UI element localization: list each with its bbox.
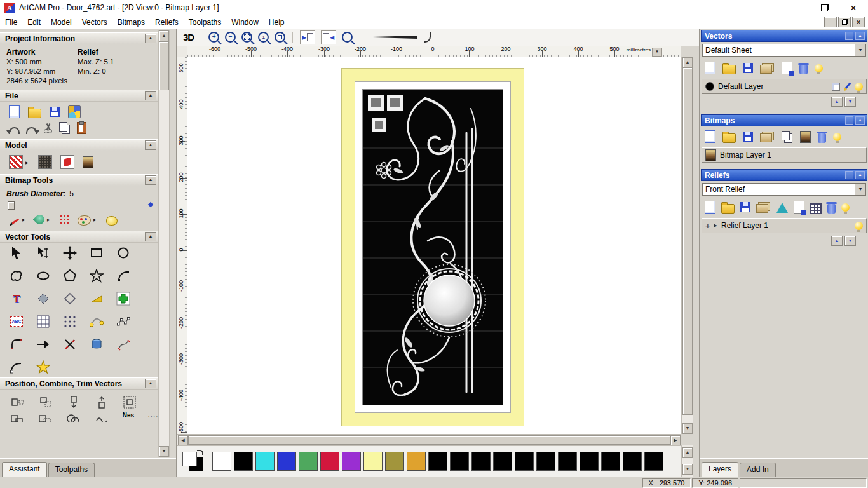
menu-window[interactable]: Window <box>226 17 264 28</box>
paste-icon[interactable] <box>77 122 86 134</box>
canvas-vertical-scrollbar[interactable] <box>681 57 693 434</box>
nesting-tool-label[interactable]: Nes <box>123 412 134 419</box>
assistant-scrollbar[interactable] <box>158 30 170 458</box>
zoom-window-icon[interactable] <box>241 32 252 43</box>
save-model-icon[interactable] <box>50 107 60 117</box>
zoom-actual-size-icon[interactable] <box>258 32 269 43</box>
offset-vector-icon[interactable] <box>62 291 78 306</box>
palette-swatch[interactable] <box>363 452 383 471</box>
mdi-minimize-button[interactable] <box>824 17 837 27</box>
drawing-canvas[interactable] <box>187 57 681 434</box>
vector-layer-row[interactable]: Default Layer <box>702 79 867 94</box>
chevron-down-icon[interactable] <box>855 184 865 195</box>
palette-swatch[interactable] <box>385 452 404 471</box>
rectangle-tool-icon[interactable] <box>89 245 104 261</box>
array-copy-icon[interactable] <box>62 314 78 329</box>
toggle-bitmaps-visible-icon[interactable] <box>833 133 841 141</box>
delete-layer-icon[interactable] <box>799 65 808 74</box>
minimize-button[interactable] <box>780 0 810 15</box>
canvas-horizontal-scrollbar[interactable] <box>177 434 681 446</box>
collapse-project-information-button[interactable] <box>145 34 156 43</box>
star-tool-icon[interactable] <box>89 268 104 283</box>
slider-handle[interactable] <box>8 201 15 210</box>
palette-swatch[interactable] <box>234 452 253 471</box>
bitmap-preview-icon[interactable] <box>800 131 811 143</box>
redo-icon[interactable] <box>26 127 37 134</box>
duplicate-relief-icon[interactable] <box>794 201 804 214</box>
assistant-scroll-thumb[interactable] <box>159 41 169 90</box>
relief-grid-icon[interactable] <box>810 203 822 214</box>
delete-relief-layer-icon[interactable] <box>827 204 836 214</box>
scroll-up-button[interactable] <box>682 57 693 68</box>
model-flyout-arrow-icon[interactable] <box>25 160 30 165</box>
arc-tool-icon[interactable] <box>116 268 131 283</box>
ruler-units-dropdown[interactable] <box>652 48 662 57</box>
copy-icon[interactable] <box>59 122 67 132</box>
open-vector-layer-icon[interactable] <box>722 65 736 74</box>
move-layer-up-button[interactable] <box>831 97 843 107</box>
collapse-vector-tools-button[interactable] <box>145 232 156 241</box>
current-colours-indicator[interactable] <box>182 450 205 473</box>
palette-swatch[interactable] <box>536 452 555 471</box>
snap-toggle-icon[interactable] <box>832 83 840 91</box>
mdi-restore-button[interactable] <box>838 17 851 27</box>
align-left-icon[interactable] <box>10 395 25 410</box>
zoom-fit-page-icon[interactable] <box>275 32 285 43</box>
palette-swatch[interactable] <box>450 452 469 471</box>
copy-bitmap-layer-icon[interactable] <box>782 131 790 140</box>
pin-panel-icon[interactable] <box>845 116 853 125</box>
combine-intersect-icon[interactable] <box>66 412 80 422</box>
save-bitmap-layer-icon[interactable] <box>743 132 753 142</box>
tab-assistant[interactable]: Assistant <box>2 462 47 477</box>
text-tool-icon[interactable]: T <box>9 291 24 306</box>
circle-tool-icon[interactable] <box>116 245 131 261</box>
relief-layer-visibility-icon[interactable] <box>855 222 863 230</box>
ellipse-tool-icon[interactable] <box>36 268 51 283</box>
polyline-tool-icon[interactable] <box>9 268 24 283</box>
save-vector-layer-icon[interactable] <box>743 63 753 73</box>
measure-tool-icon[interactable] <box>116 337 131 352</box>
merge-relief-layers-icon[interactable] <box>756 204 768 213</box>
collapse-model-button[interactable] <box>145 140 156 150</box>
menu-vectors[interactable]: Vectors <box>77 17 112 28</box>
toggle-all-visible-icon[interactable] <box>815 64 823 72</box>
combine-subtract-icon[interactable] <box>38 412 52 422</box>
palette-swatch[interactable] <box>255 452 275 471</box>
smudge-tool-icon[interactable] <box>106 216 118 226</box>
relief-selector-combobox[interactable]: Front Relief <box>702 183 866 196</box>
brush-diameter-slider[interactable] <box>6 201 145 208</box>
palette-swatch[interactable] <box>407 452 426 471</box>
switch-to-3d-button[interactable]: 3D <box>183 32 194 42</box>
new-relief-layer-icon[interactable] <box>705 201 715 214</box>
canvas-vscroll-thumb[interactable] <box>682 67 693 415</box>
block-copy-icon[interactable] <box>36 314 51 329</box>
paste-text-icon[interactable]: ABC <box>9 314 24 329</box>
profile-tool-icon[interactable] <box>89 291 104 306</box>
palette-swatch[interactable] <box>493 452 512 471</box>
align-top-icon[interactable] <box>66 395 81 410</box>
menu-toolpaths[interactable]: Toolpaths <box>184 17 226 28</box>
relief-shape-icon[interactable] <box>776 203 788 213</box>
palette-swatch[interactable] <box>428 452 447 471</box>
align-bottom-icon[interactable] <box>94 395 109 410</box>
tab-addin[interactable]: Add In <box>740 463 776 477</box>
paint-brush-icon[interactable] <box>10 218 20 226</box>
open-model-icon[interactable] <box>28 109 41 118</box>
centre-in-page-icon[interactable] <box>122 395 137 410</box>
chevron-down-icon[interactable] <box>855 44 865 56</box>
relief-layer-row[interactable]: Relief Layer 1 <box>702 218 867 233</box>
trim-vectors-icon[interactable] <box>62 337 78 352</box>
cut-icon[interactable] <box>43 123 53 133</box>
import-model-icon[interactable] <box>68 105 81 118</box>
layer-colour-swatch[interactable] <box>705 82 714 91</box>
scroll-up-button[interactable] <box>682 447 693 458</box>
palette-swatch[interactable] <box>320 452 339 471</box>
palette-swatch[interactable] <box>212 452 231 471</box>
vector-doctor-icon[interactable] <box>89 337 104 352</box>
palette-swatch[interactable] <box>342 452 361 471</box>
scroll-down-button[interactable] <box>682 464 693 475</box>
collapse-bitmaps-icon[interactable] <box>855 116 865 125</box>
zoom-in-icon[interactable] <box>208 32 219 43</box>
menu-file[interactable]: File <box>0 17 22 28</box>
wrap-text-icon[interactable] <box>36 291 51 306</box>
